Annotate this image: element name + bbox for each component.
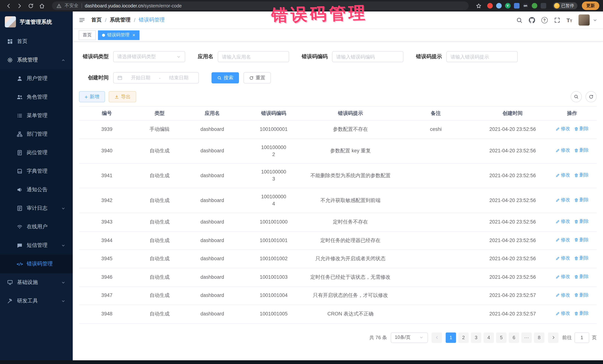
delete-link[interactable]: 删除 — [574, 126, 589, 132]
search-button[interactable]: 搜索 — [211, 72, 239, 83]
sidebar-item-sms[interactable]: 短信管理 — [0, 236, 73, 255]
security-label: 不安全 — [65, 3, 79, 9]
edit-link[interactable]: 修改 — [555, 237, 570, 243]
edit-link[interactable]: 修改 — [555, 292, 570, 298]
edit-link[interactable]: 修改 — [555, 197, 570, 203]
update-button[interactable]: 更新 — [582, 1, 599, 10]
refresh-table-button[interactable] — [586, 91, 597, 102]
sidebar-item-dept[interactable]: 部门管理 — [0, 125, 73, 143]
goto-page-input[interactable] — [574, 332, 589, 343]
page-button-6[interactable]: 6 — [509, 332, 519, 343]
page-size-select[interactable]: 10条/页 — [391, 332, 428, 343]
page-button-2[interactable]: 2 — [458, 332, 469, 343]
cell-code: 1001001002 — [240, 250, 307, 268]
fullscreen-icon[interactable] — [554, 17, 560, 23]
browser-forward-icon[interactable] — [15, 1, 24, 10]
error-code-label: 错误码编码 — [302, 53, 332, 60]
github-icon[interactable] — [529, 17, 535, 23]
sidebar-item-user[interactable]: 用户管理 — [0, 69, 73, 88]
search-icon[interactable] — [516, 17, 522, 23]
cell-message: 定时任务已经处于该状态，无需修改 — [307, 268, 394, 287]
page-button-5[interactable]: 5 — [496, 332, 507, 343]
app-name-input[interactable] — [218, 51, 289, 62]
bookmark-star-icon[interactable] — [474, 1, 483, 10]
paused-badge[interactable]: 已暂停 — [553, 2, 577, 9]
extension-green-v-icon[interactable]: V — [505, 3, 510, 9]
user-avatar[interactable] — [579, 14, 590, 26]
sidebar-item-audit-log[interactable]: 审计日志 — [0, 199, 73, 218]
edit-link[interactable]: 修改 — [555, 310, 570, 317]
delete-link[interactable]: 删除 — [574, 292, 589, 298]
edit-link-label: 修改 — [561, 237, 570, 243]
tab-error-code[interactable]: 错误码管理× — [98, 30, 139, 40]
page-button-3[interactable]: 3 — [471, 332, 481, 343]
delete-link[interactable]: 删除 — [574, 197, 589, 203]
browser-home-icon[interactable] — [37, 1, 47, 10]
delete-link[interactable]: 删除 — [574, 237, 589, 243]
edit-icon — [555, 148, 560, 153]
edit-link[interactable]: 修改 — [555, 255, 570, 262]
edit-link[interactable]: 修改 — [555, 274, 570, 280]
sidebar-item-system[interactable]: 系统管理 — [0, 51, 73, 69]
sidebar-item-online-user[interactable]: 在线用户 — [0, 218, 73, 236]
help-icon[interactable]: ? — [541, 17, 547, 23]
delete-link[interactable]: 删除 — [574, 218, 589, 225]
sidebar-item-label: 菜单管理 — [27, 112, 66, 119]
sidebar-item-post[interactable]: 岗位管理 — [0, 143, 73, 162]
add-button[interactable]: + 新增 — [79, 91, 105, 102]
tab-home[interactable]: 首页 — [79, 30, 96, 40]
page-button-4[interactable]: 4 — [484, 332, 494, 343]
page-size-value: 10条/页 — [395, 334, 411, 341]
delete-link[interactable]: 删除 — [574, 147, 589, 154]
sidebar-item-error-code[interactable]: </>错误码管理 — [0, 255, 73, 273]
prev-page-button[interactable] — [431, 332, 442, 343]
delete-link[interactable]: 删除 — [574, 255, 589, 262]
sidebar-item-dev-tools[interactable]: 研发工具 — [0, 292, 73, 310]
sidebar-item-dict[interactable]: 字典管理 — [0, 162, 73, 180]
extension-red-circle-icon[interactable] — [487, 3, 493, 9]
browser-back-icon[interactable] — [4, 1, 13, 10]
cell-code: 1001001003 — [240, 268, 307, 287]
edit-icon — [555, 198, 560, 202]
font-size-icon[interactable]: TT — [567, 17, 572, 23]
edit-icon — [555, 127, 560, 131]
error-code-input[interactable] — [332, 51, 403, 62]
error-type-select[interactable]: 请选择错误码类型 — [113, 51, 185, 62]
breadcrumb-item[interactable]: 系统管理 — [110, 17, 131, 23]
edit-link[interactable]: 修改 — [555, 218, 570, 225]
sidebar-item-menu[interactable]: 菜单管理 — [0, 106, 73, 125]
export-button[interactable]: 导出 — [109, 91, 136, 102]
sidebar-item-notice[interactable]: 通知公告 — [0, 180, 73, 199]
edit-link[interactable]: 修改 — [555, 126, 570, 132]
hamburger-icon[interactable] — [79, 17, 85, 23]
edit-link[interactable]: 修改 — [555, 147, 570, 154]
cell-message: 定时任务不存在 — [307, 213, 394, 231]
extension-dark-puzzle-icon[interactable] — [541, 3, 546, 9]
extension-blue-grid-icon[interactable] — [514, 3, 519, 9]
extension-blue-drop-icon[interactable] — [496, 3, 501, 9]
toggle-search-button[interactable] — [571, 91, 582, 102]
breadcrumb-item[interactable]: 首页 — [91, 17, 102, 23]
page-button-8[interactable]: 8 — [534, 332, 544, 343]
extension-dark-on-icon[interactable]: on — [523, 3, 528, 9]
sidebar-item-home[interactable]: 首页 — [0, 32, 73, 51]
browser-reload-icon[interactable] — [26, 1, 36, 10]
error-message-input[interactable] — [446, 51, 518, 62]
reset-button[interactable]: 重置 — [244, 72, 271, 83]
sidebar-item-role[interactable]: 角色管理 — [0, 88, 73, 106]
extension-green-circle-icon[interactable] — [532, 3, 537, 9]
delete-link[interactable]: 删除 — [574, 172, 589, 178]
cell-id: 3947 — [79, 287, 135, 305]
date-range-picker[interactable]: 开始日期 - 结束日期 — [113, 72, 199, 83]
delete-link[interactable]: 删除 — [574, 274, 589, 280]
edit-link[interactable]: 修改 — [555, 172, 570, 178]
sms-icon — [17, 243, 23, 248]
next-page-button[interactable] — [548, 332, 558, 343]
delete-link[interactable]: 删除 — [574, 310, 589, 317]
more-pages-button[interactable]: ··· — [521, 332, 532, 343]
address-bar[interactable]: 不安全 dashboard.yudao.iocoder.cn/system/er… — [52, 1, 468, 10]
sidebar-item-infra[interactable]: 基础设施 — [0, 273, 73, 292]
page-button-1[interactable]: 1 — [446, 332, 456, 343]
close-icon[interactable]: × — [132, 33, 135, 37]
cell-code: 1001001001 — [240, 231, 307, 250]
